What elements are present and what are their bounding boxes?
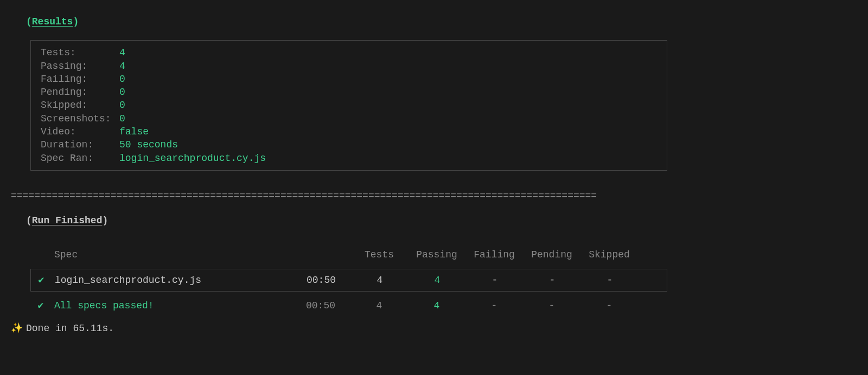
total-row: ✔ All specs passed! 00:50 4 4 - - -: [30, 292, 667, 316]
total-label: All specs passed!: [51, 299, 291, 312]
results-stats-box: Tests:4 Passing:4 Failing:0 Pending:0 Sk…: [30, 40, 667, 171]
stat-passing: Passing:4: [41, 60, 657, 73]
header-passing: Passing: [408, 248, 465, 261]
stat-spec-ran: Spec Ran:login_searchproduct.cy.js: [41, 152, 657, 165]
check-icon: ✔: [30, 299, 51, 312]
done-text: Done in 65.11s.: [26, 323, 114, 334]
spec-skipped: -: [581, 274, 639, 287]
stat-screenshots: Screenshots:0: [41, 112, 657, 125]
total-failing: -: [465, 299, 523, 312]
open-paren: (: [26, 215, 32, 226]
section-divider: ========================================…: [11, 189, 857, 202]
header-skipped: Skipped: [580, 248, 638, 261]
header-pending: Pending: [523, 248, 580, 261]
stat-tests: Tests:4: [41, 46, 657, 59]
spec-name: login_searchproduct.cy.js: [52, 274, 291, 287]
header-tests: Tests: [350, 248, 408, 261]
open-paren: (: [26, 16, 32, 27]
run-finished-title: Run Finished: [32, 215, 103, 226]
total-time: 00:50: [291, 299, 350, 312]
total-passing: 4: [408, 299, 465, 312]
table-header-row: Spec Tests Passing Failing Pending Skipp…: [30, 243, 667, 269]
spec-time: 00:50: [291, 274, 351, 287]
results-header: (Results): [26, 15, 857, 28]
check-icon: ✔: [31, 274, 52, 287]
run-finished-header: (Run Finished): [26, 214, 857, 227]
stat-video: Video:false: [41, 125, 657, 138]
total-skipped: -: [580, 299, 638, 312]
header-failing: Failing: [465, 248, 523, 261]
stat-duration: Duration:50 seconds: [41, 138, 657, 151]
results-title: Results: [32, 16, 73, 27]
close-paren: ): [73, 16, 79, 27]
total-pending: -: [523, 299, 580, 312]
stat-pending: Pending:0: [41, 86, 657, 99]
stat-failing: Failing:0: [41, 73, 657, 86]
stat-skipped: Skipped:0: [41, 99, 657, 112]
spec-tests: 4: [351, 274, 409, 287]
total-tests: 4: [350, 299, 408, 312]
summary-table: Spec Tests Passing Failing Pending Skipp…: [30, 243, 667, 317]
spec-row: ✔ login_searchproduct.cy.js 00:50 4 4 - …: [30, 269, 667, 292]
header-spec: Spec: [51, 248, 291, 261]
spec-failing: -: [466, 274, 524, 287]
spec-passing: 4: [409, 274, 466, 287]
sparkle-icon: ✨: [11, 322, 26, 335]
spec-pending: -: [524, 274, 581, 287]
close-paren: ): [102, 215, 108, 226]
done-line: ✨Done in 65.11s.: [11, 322, 857, 335]
